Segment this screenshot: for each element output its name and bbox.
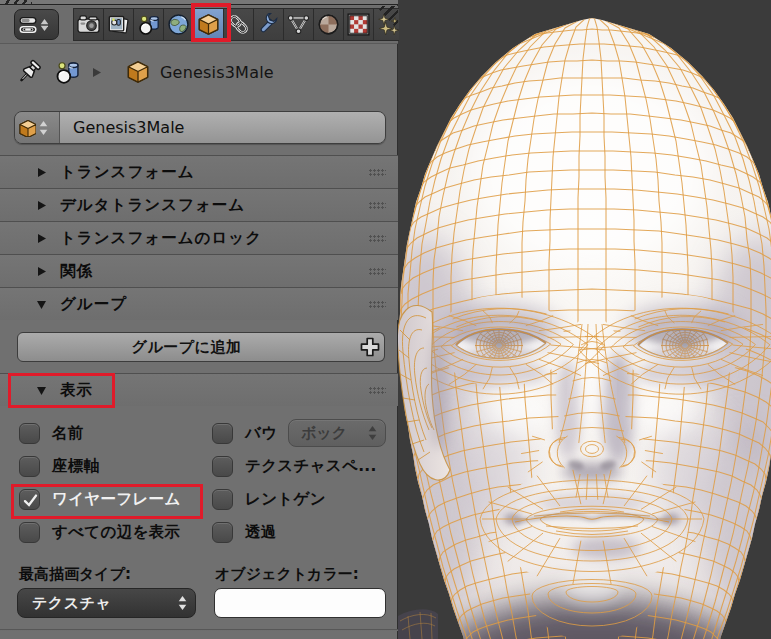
- camera-render-icon: [77, 13, 100, 36]
- checkbox-row-name: 名前: [19, 417, 181, 450]
- checkbox-texture-space[interactable]: [212, 456, 233, 477]
- panel-title-delta_transform: デルタトランスフォーム: [60, 195, 245, 216]
- texture-checker-icon: [347, 13, 370, 36]
- world-globe-icon: [167, 13, 190, 36]
- checkbox-axis[interactable]: [19, 456, 40, 477]
- collapse-arrow-icon: [37, 300, 50, 309]
- max-draw-type-dropdown[interactable]: テクスチャ: [17, 588, 196, 618]
- collapse-arrow-icon: [37, 386, 50, 395]
- properties-tab-render[interactable]: [74, 9, 104, 40]
- checkbox-row-texture-space: テクスチャスペ...: [212, 450, 377, 483]
- panel-drag-grip-icon[interactable]: [369, 202, 386, 209]
- breadcrumb-object-icon: [126, 60, 150, 84]
- properties-tab-world[interactable]: [164, 9, 194, 40]
- panel-drag-grip-icon[interactable]: [369, 169, 386, 176]
- panel-title-transform: トランスフォーム: [60, 162, 195, 183]
- right-triangle-icon: [37, 201, 47, 210]
- right-triangle-icon: [37, 234, 47, 243]
- bounds-dropdown-value: ボック: [289, 424, 368, 443]
- area-corner-grip-icon[interactable]: [2, 0, 32, 5]
- panel-header-delta_transform[interactable]: デルタトランスフォーム: [0, 188, 398, 221]
- plus-icon: [359, 336, 381, 358]
- object-cube-icon: [126, 60, 150, 84]
- checkbox-label-wireframe: ワイヤーフレーム: [52, 489, 181, 510]
- updown-arrows-icon: [39, 120, 48, 136]
- checkbox-transparency[interactable]: [212, 522, 233, 543]
- viewport-3d[interactable]: [398, 0, 771, 639]
- object-color-swatch[interactable]: [214, 588, 386, 618]
- panel-drag-grip-icon[interactable]: [369, 268, 386, 275]
- right-triangle-icon: [37, 168, 47, 177]
- panel-header-display[interactable]: 表示: [0, 373, 398, 406]
- checkbox-wireframe[interactable]: [19, 489, 40, 510]
- checkbox-row-axis: 座標軸: [19, 450, 181, 483]
- render-layers-icon: [107, 13, 130, 36]
- breadcrumb-object-name[interactable]: Genesis3Male: [160, 63, 274, 82]
- material-sphere-icon: [317, 13, 340, 36]
- checkbox-row-xray: レントゲン: [212, 483, 377, 516]
- scene-icon: [137, 13, 160, 36]
- dropdown-arrows-icon: [178, 595, 187, 611]
- checkbox-label-texture-space: テクスチャスペ...: [245, 456, 377, 477]
- panel-drag-grip-icon[interactable]: [369, 301, 386, 308]
- properties-tab-constraints[interactable]: [224, 9, 254, 40]
- object-cube-icon: [197, 13, 220, 36]
- checkbox-label-all-edges: すべての辺を表示: [52, 522, 180, 543]
- add-group-plus-button[interactable]: [355, 332, 385, 362]
- checkbox-label-name: 名前: [52, 423, 84, 444]
- shoulder-fragment: [398, 609, 438, 639]
- max-draw-type-label: 最高描画タイプ:: [19, 565, 131, 584]
- properties-tab-texture[interactable]: [344, 9, 374, 40]
- panel-header-group[interactable]: グループ: [0, 287, 398, 320]
- panel-header-relations[interactable]: 関係: [0, 254, 398, 287]
- expand-arrow-icon: [37, 201, 50, 210]
- checkbox-xray[interactable]: [212, 489, 233, 510]
- bounds-type-dropdown[interactable]: ボック: [288, 419, 386, 447]
- draw-type-value: テクスチャ: [18, 594, 178, 613]
- checkbox-row-transparency: 透過: [212, 516, 377, 549]
- properties-editor: Genesis3Male Genesis3Male トランスフォーム デルタトラ…: [0, 0, 398, 639]
- editor-type-button[interactable]: [14, 9, 59, 40]
- object-name-input[interactable]: Genesis3Male: [60, 112, 385, 143]
- checkbox-label-axis: 座標軸: [52, 456, 99, 477]
- name-field-browse-arrows-icon: [39, 120, 48, 136]
- breadcrumb-separator-icon: [92, 68, 102, 77]
- mesh-data-icon: [287, 13, 310, 36]
- name-field-icon-segment[interactable]: [15, 112, 60, 143]
- checkbox-name[interactable]: [19, 423, 40, 444]
- next-panel-edge: [0, 629, 398, 631]
- properties-tab-modifiers[interactable]: [254, 9, 284, 40]
- properties-tab-scene[interactable]: [134, 9, 164, 40]
- panel-header-transform_lock[interactable]: トランスフォームのロック: [0, 221, 398, 254]
- editor-type-arrows-icon: [40, 18, 48, 32]
- pin-toggle[interactable]: [16, 59, 42, 85]
- properties-header: [0, 6, 398, 44]
- breadcrumb-scene-icon[interactable]: [54, 59, 80, 85]
- properties-tab-object[interactable]: [194, 9, 224, 40]
- panel-title-relations: 関係: [60, 261, 93, 282]
- checkbox-row-wireframe: ワイヤーフレーム: [19, 483, 181, 516]
- viewport-head-render: [398, 0, 771, 639]
- checkbox-label-bounds: バウ: [245, 423, 277, 444]
- properties-tab-render-layers[interactable]: [104, 9, 134, 40]
- properties-tab-material[interactable]: [314, 9, 344, 40]
- panel-drag-grip-icon[interactable]: [369, 235, 386, 242]
- checkbox-all-edges[interactable]: [19, 522, 40, 543]
- properties-tab-object-data[interactable]: [284, 9, 314, 40]
- blender-window: Genesis3Male Genesis3Male トランスフォーム デルタトラ…: [0, 0, 771, 639]
- breadcrumb: Genesis3Male: [0, 50, 398, 94]
- panel-list: トランスフォーム デルタトランスフォーム トランスフォームのロック 関係 グルー…: [0, 155, 398, 629]
- editor-type-arrows-icon: [40, 18, 48, 32]
- add-to-group-button[interactable]: グループに追加: [17, 332, 356, 362]
- right-triangle-icon: [37, 267, 47, 276]
- display-panel-content: 名前 座標軸 ワイヤーフレーム すべての辺を表示: [0, 406, 398, 629]
- dropdown-arrows-icon: [178, 595, 187, 611]
- object-name-field: Genesis3Male: [14, 111, 386, 144]
- object-color-label: オブジェクトカラー:: [215, 565, 359, 584]
- dropdown-arrows-icon: [368, 425, 377, 441]
- panel-header-transform[interactable]: トランスフォーム: [0, 155, 398, 188]
- expand-arrow-icon: [37, 168, 50, 177]
- pushpin-icon: [16, 59, 42, 85]
- checkbox-bounds[interactable]: [212, 423, 233, 444]
- panel-drag-grip-icon[interactable]: [369, 387, 386, 394]
